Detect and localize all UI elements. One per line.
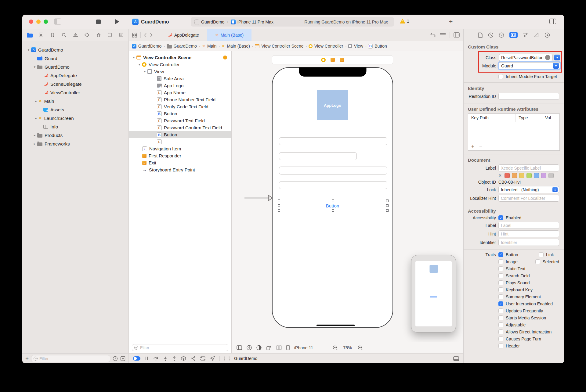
history-inspector-icon[interactable] [488, 32, 494, 38]
minimize-window-button[interactable] [36, 20, 41, 24]
quick-help-inspector-icon[interactable]: ? [499, 32, 504, 38]
recent-files-icon[interactable] [113, 356, 118, 361]
nav-item-main[interactable]: ▸✕Main [22, 97, 128, 105]
orientation-icon[interactable] [266, 345, 272, 350]
add-file-button[interactable]: + [25, 355, 29, 362]
scm-filter-icon[interactable] [120, 356, 125, 361]
tab-appdelegate[interactable]: AppDelegate [159, 29, 207, 41]
lock-stepper-icon[interactable]: ▲▼ [552, 187, 558, 192]
column-type[interactable]: Type [515, 114, 542, 122]
module-dropdown[interactable]: Guard ▼ [499, 62, 560, 69]
outline-item-label-empty[interactable]: L [129, 138, 231, 145]
outline-item-safe-area[interactable]: Safe Area [129, 75, 231, 82]
breadcrumb-scene[interactable]: View Controller Scene [255, 44, 303, 49]
tab-main-base[interactable]: ✕ Main (Base) [207, 29, 251, 41]
outline-filter-input[interactable]: Filter [132, 344, 228, 351]
new-tab-button[interactable]: + [449, 18, 453, 25]
pause-icon[interactable] [145, 356, 149, 361]
selection-handle[interactable] [278, 204, 280, 207]
outline-item-button-2-selected[interactable]: BButton [129, 131, 231, 138]
zoom-in-icon[interactable] [357, 345, 363, 351]
localizer-hint-input[interactable]: Comment For Localizer [498, 195, 559, 202]
breadcrumb-group[interactable]: GuardDemo [167, 44, 197, 49]
trait-allows-direct-interaction[interactable]: Allows Direct Interaction [498, 329, 552, 334]
first-responder-icon[interactable] [331, 58, 335, 62]
trait-adjustable[interactable]: Adjustable [498, 322, 526, 327]
debug-navigator-icon[interactable] [95, 32, 101, 38]
device-icon[interactable] [286, 345, 290, 350]
lock-dropdown[interactable]: Inherited - (Nothing) ▲▼ [498, 186, 559, 193]
view-controller-icon[interactable] [321, 58, 326, 62]
selection-handle[interactable] [332, 200, 334, 202]
outline-item-verify-field[interactable]: FVerify Code Text Field [129, 103, 231, 110]
nav-item-appdelegate[interactable]: AppDelegate [22, 71, 128, 80]
outline-item-app-logo[interactable]: App Logo [129, 82, 231, 89]
selection-handle[interactable] [278, 209, 280, 212]
trait-header[interactable]: Header [498, 343, 520, 348]
source-control-navigator-icon[interactable] [38, 32, 44, 38]
selection-handle[interactable] [386, 200, 389, 202]
outline-item-password-field[interactable]: FPassword Text Field [129, 117, 231, 124]
outline-item-entry-point[interactable]: →Storyboard Entry Point [129, 166, 231, 173]
outline-item-password-confirm-field[interactable]: FPassword Confirm Text Field [129, 124, 231, 131]
run-destination[interactable]: iPhone 11 Pro Max [237, 20, 273, 24]
close-window-button[interactable] [29, 20, 33, 24]
adjust-editor-icon[interactable] [440, 33, 446, 37]
toggle-navigator-icon[interactable] [54, 19, 61, 24]
restoration-id-input[interactable] [498, 93, 559, 100]
inherit-module-checkbox[interactable] [498, 74, 503, 79]
find-navigator-icon[interactable] [61, 32, 67, 38]
trait-search-field[interactable]: Search Field [498, 273, 530, 278]
trait-button[interactable]: ✓Button [498, 252, 539, 257]
outline-item-view[interactable]: ▾View [129, 68, 231, 75]
a11y-identifier-input[interactable]: Identifier [498, 239, 559, 246]
appearance-toggle-icon[interactable] [256, 345, 262, 350]
document-label-input[interactable]: Xcode Specific Label [498, 164, 559, 171]
storyboard-entry-point-arrow[interactable] [244, 194, 273, 202]
nav-item-products[interactable]: ▸Products [22, 131, 128, 139]
password-confirm-text-field[interactable] [279, 181, 387, 189]
issues-navigator-icon[interactable] [72, 32, 78, 38]
toggle-outline-icon[interactable] [237, 345, 242, 350]
nav-item-info[interactable]: Info [22, 122, 128, 131]
accessibility-enabled-checkbox[interactable]: ✓ [498, 215, 503, 220]
selection-handle[interactable] [386, 204, 389, 207]
connections-inspector-icon[interactable] [544, 32, 550, 38]
outline-item-view-controller[interactable]: ▾View Controller [129, 61, 231, 68]
selected-button[interactable]: Button [273, 203, 392, 208]
breadcrumb-project[interactable]: AGuardDemo [132, 44, 161, 49]
column-key-path[interactable]: Key Path [468, 115, 515, 120]
selection-handle[interactable] [332, 209, 334, 212]
clear-color-icon[interactable]: ✕ [498, 173, 502, 178]
device-preview-thumbnail[interactable] [411, 255, 456, 333]
zoom-out-icon[interactable] [332, 345, 338, 351]
scene-dock-indicator-icon[interactable] [223, 56, 227, 59]
nav-item-frameworks[interactable]: ▸Frameworks [22, 139, 128, 148]
class-input[interactable]: ResetPasswordButton → [499, 54, 553, 61]
tests-navigator-icon[interactable] [84, 32, 90, 38]
environment-overrides-icon[interactable] [200, 356, 205, 361]
step-out-icon[interactable] [172, 356, 176, 361]
trait-starts-media-session[interactable]: Starts Media Session [498, 315, 546, 320]
accessibility-preview-icon[interactable] [247, 345, 252, 350]
trait-keyboard-key[interactable]: Keyboard Key [498, 287, 533, 292]
code-review-icon[interactable] [430, 33, 436, 37]
nav-item-guarddemo-group[interactable]: ▾GuardDemo [22, 63, 128, 71]
nav-item-viewcontroller[interactable]: ViewController [22, 88, 128, 97]
breakpoints-toggle-icon[interactable] [133, 356, 140, 361]
memory-graph-icon[interactable] [191, 356, 196, 361]
canvas-stage[interactable]: → AppLogo Button [232, 51, 463, 342]
related-items-icon[interactable] [132, 32, 137, 38]
selection-handle[interactable] [278, 200, 280, 202]
swatch-yellow[interactable] [519, 173, 524, 178]
password-text-field[interactable] [279, 167, 387, 174]
debug-session-name[interactable]: GuardDemo [234, 356, 257, 361]
trait-summary-element[interactable]: Summary Element [498, 294, 541, 299]
scheme-name[interactable]: GuardDemo [201, 20, 224, 24]
outline-item-phone-field[interactable]: FPhone Number Text Field [129, 96, 231, 103]
outline-item-first-responder[interactable]: First Responder [129, 152, 231, 159]
nav-item-guard[interactable]: Guard [22, 54, 128, 63]
swatch-orange[interactable] [512, 173, 517, 178]
nav-item-project-root[interactable]: ▾AGuardDemo [22, 45, 128, 54]
app-logo-image-view[interactable]: AppLogo [317, 90, 348, 120]
